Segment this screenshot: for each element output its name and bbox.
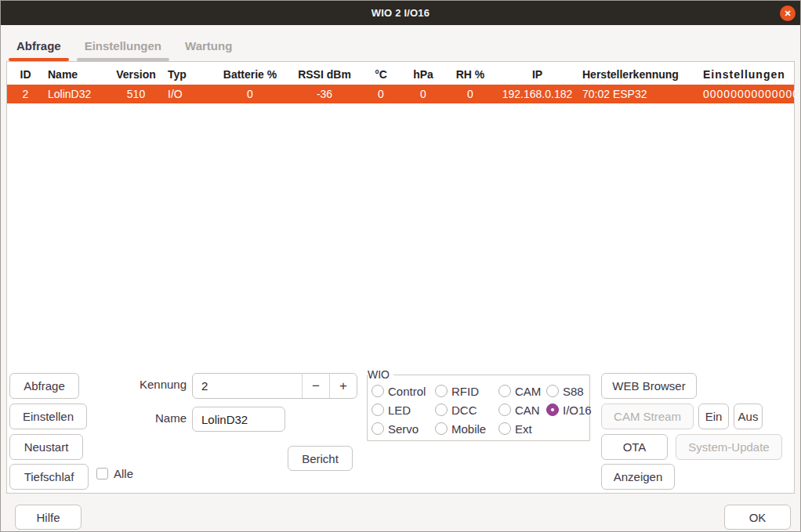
radio-io16[interactable]: I/O16 [546,404,592,417]
col-header-version[interactable]: Version [111,68,161,81]
kennung-input[interactable] [193,374,302,398]
cell-name: LolinD32 [44,88,111,100]
table-row-selected[interactable]: 2 LolinD32 510 I/O 0 -36 0 0 0 192.168.0… [7,85,794,103]
cell-hpa: 0 [402,88,444,100]
wio-radio-grid: Control RFID CAM S88 LED DCC CAN I/O16 S… [372,382,588,438]
system-update-button: System-Update [676,434,782,460]
radio-ext-label: Ext [515,422,532,436]
radio-led-label: LED [388,404,411,417]
radio-io16-icon-checked [546,404,559,416]
radio-ext-icon [498,422,511,435]
radio-s88[interactable]: S88 [546,385,592,398]
radio-servo-label: Servo [388,422,419,436]
radio-s88-icon [546,385,559,397]
radio-servo-icon [372,422,384,435]
radio-cam-label: CAM [515,385,541,398]
cell-id: 2 [7,88,44,100]
app-window: WIO 2 I/O16 ✕ Abfrage Einstellungen Wart… [0,0,801,532]
radio-s88-label: S88 [563,385,584,398]
col-header-ip[interactable]: IP [496,68,578,81]
radio-dcc[interactable]: DCC [435,404,498,417]
radio-control[interactable]: Control [372,385,435,398]
col-header-typ[interactable]: Typ [161,68,211,81]
radio-rfid-icon [435,385,448,397]
tiefschlaf-button[interactable]: Tiefschlaf [9,464,89,490]
radio-control-label: Control [388,385,426,398]
radio-mobile-icon [435,422,448,435]
anzeigen-button[interactable]: Anzeigen [601,464,675,490]
window-title: WIO 2 I/O16 [372,7,429,19]
minus-icon: − [312,378,320,394]
radio-dcc-label: DCC [451,404,477,417]
kennung-spinner: − + [192,373,357,399]
radio-led-icon [372,404,384,416]
kennung-decrement-button[interactable]: − [302,374,329,398]
col-header-rh[interactable]: RH % [444,68,496,81]
einstellen-button[interactable]: Einstellen [9,404,87,429]
aus-button[interactable]: Aus [734,404,763,429]
kennung-increment-button[interactable]: + [329,374,357,398]
close-icon: ✕ [784,9,791,18]
close-button[interactable]: ✕ [780,5,796,21]
tab-einstellungen[interactable]: Einstellungen [77,32,169,61]
radio-io16-label: I/O16 [563,404,592,417]
radio-cam[interactable]: CAM [498,385,546,398]
cell-einstellungen: 00000000000000000000 [697,88,796,100]
abfrage-button[interactable]: Abfrage [9,373,79,399]
radio-servo[interactable]: Servo [372,422,435,436]
kennung-label: Kennung [132,378,187,391]
col-header-name[interactable]: Name [44,68,111,81]
col-header-celsius[interactable]: °C [360,68,402,81]
col-header-batterie[interactable]: Batterie % [211,68,289,81]
radio-dcc-icon [435,404,448,416]
table-header-row: ID Name Version Typ Batterie % RSSI dBm … [7,64,794,85]
ota-button[interactable]: OTA [601,434,668,460]
radio-can[interactable]: CAN [498,404,546,417]
tabbar: Abfrage Einstellungen Wartung [9,32,248,61]
wio-groupbox: WIO Control RFID CAM S88 LED DCC CAN I/O… [367,375,590,441]
radio-can-label: CAN [515,404,540,417]
cell-version: 510 [111,88,161,100]
col-header-id[interactable]: ID [7,68,44,81]
radio-rfid-label: RFID [451,385,479,398]
web-browser-button[interactable]: WEB Browser [601,373,697,399]
col-header-einstellungen[interactable]: Einstellungen [697,68,796,81]
cam-stream-button: CAM Stream [601,404,694,429]
radio-can-icon [498,404,511,416]
radio-cam-icon [498,385,511,397]
radio-ext[interactable]: Ext [498,422,546,436]
ok-button[interactable]: OK [724,505,791,530]
radio-led[interactable]: LED [372,404,435,417]
alle-checkbox-label: Alle [114,467,133,480]
cell-typ: I/O [161,88,211,100]
cell-rssi: -36 [289,88,360,100]
name-input[interactable] [192,407,285,432]
cell-rh: 0 [444,88,496,100]
plus-icon: + [339,378,347,394]
radio-rfid[interactable]: RFID [435,385,498,398]
name-label: Name [132,411,187,425]
cell-batterie: 0 [211,88,289,100]
ein-button[interactable]: Ein [698,404,729,429]
tab-abfrage[interactable]: Abfrage [9,32,69,61]
device-table: ID Name Version Typ Batterie % RSSI dBm … [7,64,794,103]
cell-celsius: 0 [360,88,402,100]
radio-mobile[interactable]: Mobile [435,422,498,436]
neustart-button[interactable]: Neustart [9,434,83,460]
radio-control-icon [372,385,384,397]
hilfe-button[interactable]: Hilfe [15,505,82,530]
wio-groupbox-legend: WIO [368,368,393,381]
bericht-button[interactable]: Bericht [288,446,353,471]
col-header-hpa[interactable]: hPa [402,68,444,81]
col-header-rssi[interactable]: RSSI dBm [289,68,360,81]
alle-checkbox[interactable] [96,468,108,480]
alle-checkbox-group: Alle [96,467,133,480]
cell-herstellerkennung: 70:02 ESP32 [578,88,697,100]
col-header-herstellerkennung[interactable]: Herstellerkennung [578,68,697,81]
tab-wartung[interactable]: Wartung [177,32,240,61]
radio-mobile-label: Mobile [451,422,486,436]
titlebar[interactable]: WIO 2 I/O16 ✕ [1,1,800,25]
cell-ip: 192.168.0.182 [496,88,578,100]
